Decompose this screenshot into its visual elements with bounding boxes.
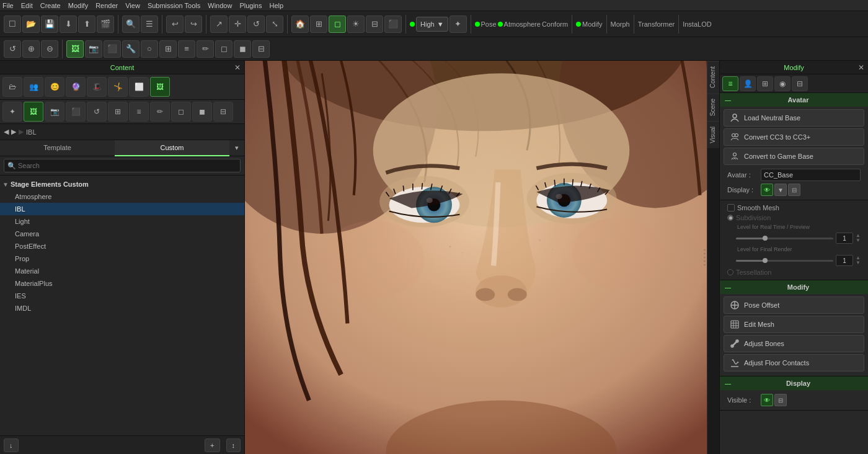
cam2-btn[interactable]: ⬛ bbox=[384, 16, 402, 33]
content-icon-r1[interactable]: ✦ bbox=[2, 102, 22, 122]
tree-item-material[interactable]: Material bbox=[0, 265, 244, 277]
tree-item-ies[interactable]: IES bbox=[0, 290, 244, 302]
modify-tab-4[interactable]: ◉ bbox=[774, 76, 790, 91]
scale-btn[interactable]: ⤡ bbox=[266, 16, 283, 33]
smooth-mesh-checkbox[interactable] bbox=[727, 204, 735, 211]
sub-btn11[interactable]: ◻ bbox=[215, 40, 232, 58]
sub-btn9[interactable]: ≡ bbox=[178, 40, 195, 58]
convert-game-base-btn[interactable]: Convert to Game Base bbox=[724, 148, 864, 165]
sub-btn10[interactable]: ✏ bbox=[197, 40, 214, 58]
render-btn[interactable]: 🎬 bbox=[97, 16, 114, 33]
edit-mesh-btn[interactable]: Edit Mesh bbox=[724, 316, 864, 333]
menu-submission[interactable]: Submission Tools bbox=[148, 2, 200, 9]
content-icon-image[interactable]: 🖼 bbox=[150, 77, 170, 97]
menu-view[interactable]: View bbox=[125, 2, 140, 9]
sub-btn3[interactable]: ⊖ bbox=[41, 40, 58, 58]
content-icon-people[interactable]: 👥 bbox=[24, 77, 43, 97]
pose-offset-btn[interactable]: Pose Offset bbox=[724, 296, 864, 314]
content-icon-r9[interactable]: ◻ bbox=[171, 102, 191, 122]
bottom-add-btn[interactable]: + bbox=[205, 438, 219, 452]
display-down-btn[interactable]: ▼ bbox=[774, 184, 787, 196]
redo-btn[interactable]: ↪ bbox=[185, 16, 202, 33]
content-icon-scene[interactable]: ⬜ bbox=[129, 77, 149, 97]
sub-btn2[interactable]: ⊕ bbox=[22, 40, 40, 58]
modify-panel-close[interactable]: ✕ bbox=[858, 63, 864, 72]
select-btn[interactable]: ↗ bbox=[210, 16, 228, 33]
tessellation-radio[interactable] bbox=[727, 269, 733, 275]
cam-btn[interactable]: ◻ bbox=[329, 16, 346, 33]
content-icon-r6[interactable]: ⊞ bbox=[108, 102, 128, 122]
nav-back-btn[interactable]: ◀ bbox=[4, 128, 9, 136]
tree-item-imdl[interactable]: IMDL bbox=[0, 302, 244, 314]
content-icon-r11[interactable]: ⊟ bbox=[213, 102, 233, 122]
tree-item-atmosphere[interactable]: Atmosphere bbox=[0, 190, 244, 203]
content-icon-r3[interactable]: 📷 bbox=[45, 102, 64, 122]
open-btn[interactable]: 📂 bbox=[22, 16, 40, 33]
content-icon-r2[interactable]: 🖼 bbox=[24, 102, 43, 122]
content-icon-pose[interactable]: 🤸 bbox=[108, 77, 128, 97]
modify-tab-5[interactable]: ⊟ bbox=[792, 76, 808, 91]
content-icon-r8[interactable]: ✏ bbox=[150, 102, 170, 122]
content-icon-r5[interactable]: ↺ bbox=[87, 102, 107, 122]
content-icon-folder[interactable]: 🗁 bbox=[2, 77, 22, 97]
final-arrows[interactable]: ▲ ▼ bbox=[856, 256, 861, 265]
modify-tab-1[interactable]: ≡ bbox=[722, 76, 738, 91]
home-btn[interactable]: 🏠 bbox=[291, 16, 309, 33]
avatar-section-header[interactable]: — Avatar bbox=[720, 93, 868, 107]
tree-item-camera[interactable]: Camera bbox=[0, 228, 244, 240]
menu-plugins[interactable]: Plugins bbox=[239, 2, 262, 9]
undo-btn[interactable]: ↩ bbox=[166, 16, 184, 33]
modify-tab-2[interactable]: 👤 bbox=[740, 76, 756, 91]
move-btn[interactable]: ✛ bbox=[229, 16, 246, 33]
content-icon-r7[interactable]: ≡ bbox=[129, 102, 149, 122]
side-tab-content[interactable]: Content bbox=[707, 61, 720, 93]
sub-btn8[interactable]: ⊞ bbox=[159, 40, 177, 58]
sub-btn12[interactable]: ◼ bbox=[234, 40, 251, 58]
content-icon-r10[interactable]: ◼ bbox=[192, 102, 212, 122]
tree-item-prop[interactable]: Prop bbox=[0, 252, 244, 265]
rotate-btn[interactable]: ↺ bbox=[247, 16, 265, 33]
import-btn[interactable]: ⬇ bbox=[60, 16, 77, 33]
fit-btn[interactable]: ⊞ bbox=[310, 16, 327, 33]
tree-item-light[interactable]: Light bbox=[0, 215, 244, 228]
bottom-remove-btn[interactable]: ↓ bbox=[4, 438, 19, 452]
sub-btn5[interactable]: ⬛ bbox=[104, 40, 121, 58]
grid-btn[interactable]: ⊟ bbox=[366, 16, 383, 33]
menu-file[interactable]: File bbox=[2, 2, 14, 9]
sub-btn4[interactable]: 📷 bbox=[85, 40, 102, 58]
export-btn[interactable]: ⬆ bbox=[78, 16, 95, 33]
subdivision-radio[interactable] bbox=[727, 215, 733, 221]
tree-root-item[interactable]: ▼ Stage Elements Custom bbox=[0, 178, 244, 190]
nav-forward-btn[interactable]: ▶ bbox=[11, 128, 16, 136]
tree-item-materialplus[interactable]: MaterialPlus bbox=[0, 277, 244, 290]
display-section-header[interactable]: — Display bbox=[720, 376, 868, 390]
tabs-expand-btn[interactable]: ▾ bbox=[229, 140, 244, 156]
viewport[interactable]: Content Scene Visual bbox=[245, 61, 719, 454]
menu-help[interactable]: Help bbox=[269, 2, 283, 9]
modify-tab-3[interactable]: ⊞ bbox=[757, 76, 773, 91]
menu-modify[interactable]: Modify bbox=[68, 2, 88, 9]
sub-btn7[interactable]: ○ bbox=[141, 40, 158, 58]
new-btn[interactable]: ☐ bbox=[4, 16, 21, 33]
resize-handle[interactable] bbox=[704, 249, 706, 266]
sub-btn13[interactable]: ⊟ bbox=[252, 40, 270, 58]
content-icon-props[interactable]: 🔮 bbox=[66, 77, 86, 97]
sub-img-btn[interactable]: 🖼 bbox=[66, 40, 84, 58]
nav-btn1[interactable]: 🔍 bbox=[122, 16, 140, 33]
realtime-arrows[interactable]: ▲ ▼ bbox=[856, 233, 861, 243]
realtime-track[interactable] bbox=[736, 238, 833, 239]
side-tab-scene[interactable]: Scene bbox=[707, 93, 720, 121]
display-extra-btn[interactable]: ⊟ bbox=[788, 184, 800, 196]
tab-custom[interactable]: Custom bbox=[115, 140, 229, 156]
adjust-bones-btn[interactable]: Adjust Bones bbox=[724, 335, 864, 352]
menu-create[interactable]: Create bbox=[40, 2, 61, 9]
menu-window[interactable]: Window bbox=[208, 2, 232, 9]
save-btn[interactable]: 💾 bbox=[41, 16, 58, 33]
visible-extra-btn[interactable]: ⊟ bbox=[774, 394, 787, 406]
adjust-floor-contacts-btn[interactable]: Adjust Floor Contacts bbox=[724, 354, 864, 372]
menu-render[interactable]: Render bbox=[95, 2, 118, 9]
sub-btn6[interactable]: 🔧 bbox=[122, 40, 140, 58]
sun-btn[interactable]: ✦ bbox=[450, 16, 467, 33]
menu-edit[interactable]: Edit bbox=[21, 2, 33, 9]
content-icon-r4[interactable]: ⬛ bbox=[66, 102, 86, 122]
